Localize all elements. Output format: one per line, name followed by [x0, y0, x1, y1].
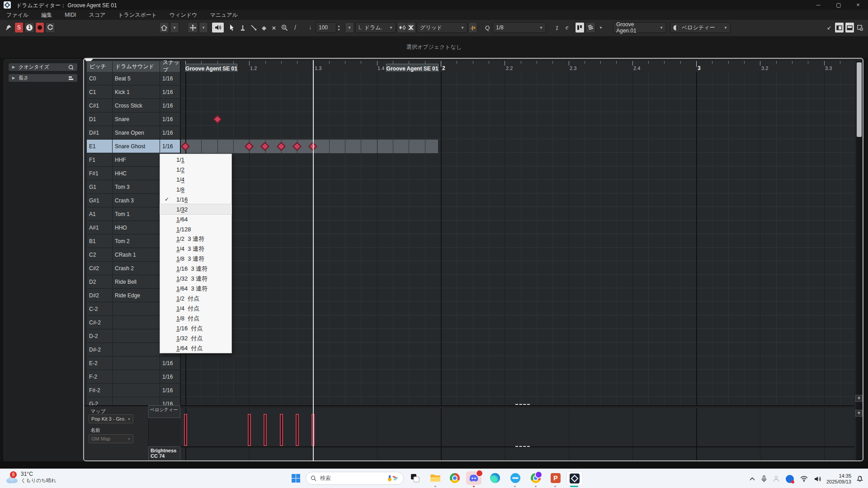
tray-clock[interactable]: 14:35 2025/09/13 — [826, 473, 851, 485]
snap-cell[interactable]: 1/16 — [160, 85, 180, 99]
quantize-preset-combo[interactable]: 1/8▼ — [493, 22, 546, 33]
menu-item-1/2-付点[interactable]: 1/2 付点 — [160, 294, 231, 304]
acoustic-preview-button[interactable] — [212, 22, 224, 33]
tray-wifi-icon[interactable] — [800, 476, 808, 482]
iterative-quantize-button[interactable]: ⁒ — [552, 22, 561, 33]
velocity-bar[interactable] — [248, 414, 251, 446]
autoscroll-home-button[interactable] — [159, 22, 169, 33]
menu-item-1/32-付点[interactable]: 1/32 付点 — [160, 333, 231, 343]
menu-item-1/8-3-連符[interactable]: 1/8 3 連符 — [160, 254, 231, 264]
start-button[interactable] — [290, 472, 302, 484]
insert-length-combo[interactable]: L ドラム. ▼ — [355, 22, 396, 33]
menu-item-1/1[interactable]: 1/1 — [160, 155, 231, 164]
maximize-button[interactable]: ▢ — [830, 0, 848, 10]
loop-button[interactable] — [45, 22, 55, 33]
zoom-tool-button[interactable] — [279, 22, 290, 33]
controller-selector-combo[interactable]: ベロシティー▼ — [670, 22, 731, 33]
velocity-stepper[interactable]: ▲▼ — [337, 24, 340, 31]
drum-row-G-2[interactable]: G-21/16 — [87, 397, 180, 405]
snap-cell[interactable]: 1/16 — [160, 140, 180, 153]
acoustic-feedback-button[interactable]: 1 — [24, 22, 34, 33]
mute-tool-button[interactable]: × — [269, 22, 278, 33]
snap-cell[interactable]: 1/16 — [160, 357, 180, 370]
menu-4[interactable]: トランスポート — [112, 11, 163, 19]
select-tool-button[interactable] — [227, 22, 237, 33]
menu-2[interactable]: MIDI — [58, 12, 82, 18]
drumstick-tool-button[interactable] — [238, 22, 248, 33]
draw-line-tool-button[interactable]: / — [291, 22, 300, 33]
menu-item-1/4[interactable]: 1/4 — [160, 174, 231, 184]
drum-map-dropdown[interactable]: Pop Kit 3 - Gro.▼ — [89, 414, 133, 423]
menu-item-1/8-付点[interactable]: 1/8 付点 — [160, 314, 231, 324]
setup-toolbar-button[interactable] — [855, 22, 865, 33]
menu-item-1/4-3-連符[interactable]: 1/4 3 連符 — [160, 244, 231, 254]
snap-cell[interactable]: 1/16 — [160, 126, 180, 140]
snap-toggle-button[interactable] — [406, 22, 416, 33]
note-diamond-d1[interactable] — [213, 115, 222, 124]
brightness-lane[interactable] — [180, 447, 854, 461]
autoscroll-dropdown[interactable]: ▼ — [199, 22, 208, 33]
velocity-lane-header[interactable]: ベロシティー — [148, 405, 180, 418]
scrollbar-thumb[interactable] — [857, 62, 862, 137]
velocity-dropdown[interactable]: ▼ — [345, 22, 354, 33]
powerpoint-button[interactable]: P — [550, 472, 561, 484]
menu-5[interactable]: ウィンドウ — [163, 11, 203, 19]
event-display-button[interactable] — [575, 22, 585, 33]
drum-row-F-2[interactable]: F-21/16 — [87, 370, 180, 384]
list-header-2[interactable]: スナップ — [160, 61, 180, 72]
menu-item-1/8[interactable]: 1/8 — [160, 184, 231, 194]
line-tool-button[interactable] — [249, 22, 259, 33]
menu-item-1/2[interactable]: 1/2 — [160, 164, 231, 174]
drum-row-D1[interactable]: D1Snare1/16 — [87, 113, 180, 126]
velocity-lane[interactable] — [180, 408, 854, 446]
drum-row-C1[interactable]: C1Kick 11/16 — [87, 85, 180, 99]
layout-lower-zone-button[interactable] — [845, 22, 854, 33]
velocity-down-icon[interactable]: ↓ — [306, 22, 315, 33]
velocity-bar[interactable] — [280, 414, 283, 446]
keyboard-zoom-in-button-2[interactable]: + — [855, 410, 863, 417]
snap-cell[interactable]: 1/16 — [160, 370, 180, 384]
cubase-button[interactable] — [566, 471, 583, 486]
quantize-section-header[interactable]: ▶ クオンタイズ — [9, 63, 77, 71]
autoscroll-home-dropdown[interactable]: ▼ — [170, 22, 179, 33]
menu-item-1/16-付点[interactable]: 1/16 付点 — [160, 324, 231, 333]
tray-chevron-up-icon[interactable] — [750, 477, 755, 481]
layers-dropdown[interactable]: ▼ — [596, 22, 605, 33]
tray-app-status-icon[interactable] — [786, 475, 794, 483]
list-header-0[interactable]: ピッチ — [87, 61, 113, 72]
file-explorer-button[interactable] — [429, 472, 441, 484]
minimize-button[interactable]: ─ — [809, 0, 827, 10]
grid-type-combo[interactable]: グリッド▼ — [417, 22, 467, 33]
velocity-bar[interactable] — [264, 414, 267, 446]
menu-0[interactable]: ファイル — [0, 11, 35, 19]
menu-1[interactable]: 編集 — [35, 11, 58, 19]
drum-row-F#-2[interactable]: F#-21/16 — [87, 384, 180, 397]
layout-left-zone-button[interactable] — [835, 22, 844, 33]
chrome-profile-button[interactable] — [530, 472, 542, 484]
solo-button[interactable]: S — [14, 22, 24, 33]
menu-item-1/32-3-連符[interactable]: 1/32 3 連符 — [160, 274, 231, 284]
menu-item-1/128[interactable]: 1/128 — [160, 224, 231, 234]
tray-mic-icon[interactable] — [761, 475, 767, 483]
chrome-button[interactable] — [449, 472, 461, 484]
menu-item-1/16-3-連符[interactable]: 1/16 3 連符 — [160, 264, 231, 274]
menu-6[interactable]: マニュアル — [203, 11, 244, 19]
menu-item-1/32[interactable]: 1/32 — [160, 204, 231, 214]
snap-cell[interactable]: 1/16 — [160, 397, 180, 405]
pin-icon[interactable] — [4, 22, 14, 33]
collapse-button[interactable]: ↙ — [825, 22, 834, 33]
menu-item-1/16[interactable]: ✓1/16 — [160, 194, 231, 204]
quantize-edit-button[interactable]: e — [562, 22, 571, 33]
discord-button[interactable] — [466, 471, 481, 485]
drum-row-E1[interactable]: E1Snare Ghost1/16 — [87, 140, 180, 153]
drum-row-E-2[interactable]: E-21/16 — [87, 357, 180, 370]
taskbar-search-box[interactable]: 検索 — [306, 472, 404, 485]
snap-cell[interactable]: 1/16 — [160, 72, 180, 85]
list-header-1[interactable]: ドラムサウンド — [113, 61, 160, 72]
menu-item-1/2-3-連符[interactable]: 1/2 3 連符 — [160, 234, 231, 244]
autoscroll-button[interactable] — [188, 22, 198, 33]
menu-3[interactable]: スコア — [82, 11, 112, 19]
erase-tool-button[interactable]: ◆ — [259, 22, 269, 33]
playhead-cursor[interactable] — [313, 60, 314, 461]
taskbar-weather-widget[interactable]: 8 31°C くもりのち晴れ — [5, 471, 57, 484]
